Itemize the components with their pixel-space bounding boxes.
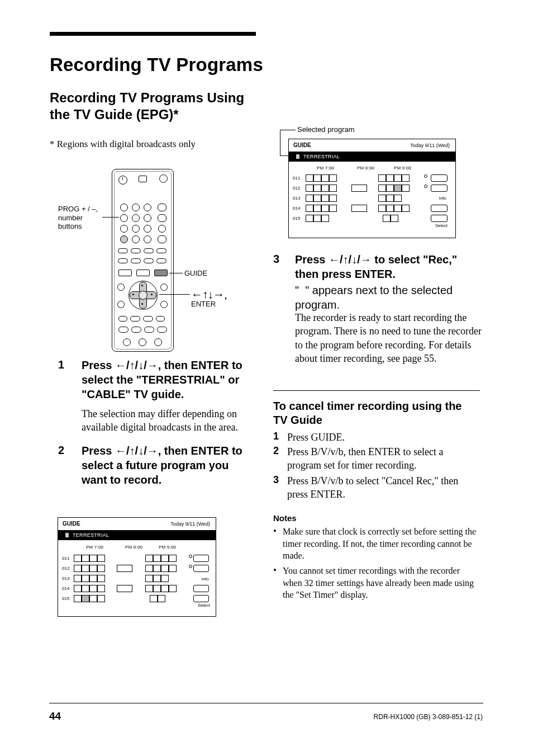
- dpad-corner-tr: [160, 284, 168, 291]
- step-1-text: Press ←/↑/↓/→, then ENTER to select the …: [82, 358, 244, 401]
- note-2: You cannot set timer recordings with the…: [283, 565, 478, 601]
- pb-2: [130, 316, 140, 322]
- guide-top-caption: Selected program: [297, 125, 355, 134]
- num-4: [120, 214, 128, 222]
- dpad-corner-br: [160, 301, 168, 308]
- rect-mid: [136, 270, 150, 276]
- guide-info-label: Info: [202, 577, 209, 582]
- guide-date-2: Today 9/11 (Wed): [410, 143, 450, 148]
- step-1-extra: The selection may differ depending on av…: [82, 407, 244, 434]
- guide-grid-bottom: GUIDE Today 9/11 (Wed) TERRESTRIAL PM 7:…: [58, 517, 216, 617]
- guide-tab: TERRESTRIAL: [73, 532, 109, 538]
- num-9: [144, 225, 151, 233]
- footer-page: 44: [49, 710, 61, 722]
- leader-guide: [169, 273, 183, 273]
- cancel-2: Press B/V/v/b, then ENTER to select a pr…: [287, 445, 477, 472]
- pb-1: [118, 316, 127, 322]
- small-8: [156, 258, 166, 263]
- enter-button: [139, 291, 147, 300]
- guide-row-1: 012: [62, 566, 69, 571]
- num-7: [120, 225, 128, 233]
- guide-title: GUIDE: [63, 521, 80, 527]
- guide-title-2: GUIDE: [293, 142, 311, 148]
- num-0: [132, 235, 140, 243]
- guide-row-0: 011: [62, 556, 69, 561]
- guide-row-4: 015: [62, 596, 69, 601]
- num-star: [120, 235, 128, 243]
- label-enter: ENTER: [191, 300, 216, 309]
- step-3-num: 3: [273, 252, 287, 266]
- pb-6: [131, 327, 141, 333]
- guide-date: Today 9/11 (Wed): [170, 521, 210, 527]
- guide-cursor-cell-top: [394, 185, 402, 192]
- step-2-text: Press ←/↑/↓/→, then ENTER to select a fu…: [82, 443, 244, 487]
- guide-time-0: PM 7:00: [86, 545, 103, 550]
- num-2: [132, 204, 140, 211]
- guide-button: [154, 270, 168, 276]
- header-rule: [50, 32, 256, 36]
- small-2: [131, 248, 141, 253]
- leader-prog: [102, 217, 119, 218]
- power-icon: [118, 176, 127, 185]
- pb-7: [144, 327, 154, 333]
- prog-minus: [158, 214, 166, 222]
- step-3-text-b: " " appears next to the selected program…: [295, 283, 479, 312]
- small-6: [131, 258, 141, 263]
- prog-plus: [158, 204, 166, 211]
- notes-heading: Notes: [273, 513, 297, 523]
- cancel-2-num: 2: [273, 445, 279, 457]
- guide-cursor-cell: [82, 595, 89, 602]
- leader-arrows: [159, 294, 190, 295]
- pb-5: [118, 327, 129, 333]
- round-1: [123, 338, 131, 346]
- dpad-corner-tl: [117, 284, 125, 291]
- cancel-1-num: 1: [273, 431, 279, 443]
- small-4: [156, 248, 166, 253]
- step-3-text: Press ←/↑/↓/→ to select "Rec," then pres…: [295, 252, 479, 281]
- dpad-corner-bl: [117, 301, 125, 308]
- label-prog-number: PROG + / –, number buttons: [58, 205, 103, 231]
- guide-row-2: 013: [62, 576, 69, 581]
- small-3: [144, 248, 154, 253]
- cancel-3: Press B/V/v/b to select "Cancel Rec," th…: [287, 474, 477, 502]
- label-guide: GUIDE: [184, 269, 207, 278]
- tv-icon: [139, 176, 147, 182]
- guide-time-1: PM 8:00: [125, 545, 142, 550]
- note-1: Make sure that clock is correctly set be…: [283, 526, 478, 562]
- round-3: [154, 338, 162, 346]
- page-title: Recording TV Programs: [50, 54, 363, 76]
- section-heading: Recording TV Programs Using the TV Guide…: [50, 89, 256, 123]
- num-hash: [144, 235, 151, 243]
- num-8: [132, 225, 140, 233]
- rect-left: [118, 270, 132, 276]
- step-1-num: 1: [58, 358, 72, 371]
- guide-row-3: 014: [62, 586, 69, 591]
- pb-4: [156, 316, 165, 322]
- footer-rule: [49, 703, 483, 703]
- cancel-3-num: 3: [273, 474, 279, 486]
- step-3-body: The recorder is ready to start recording…: [295, 311, 485, 365]
- num-3: [144, 204, 151, 211]
- cancel-1: Press GUIDE.: [287, 431, 477, 444]
- aux-right-4: [158, 235, 166, 243]
- small-7: [144, 258, 154, 263]
- step-2-num: 2: [58, 443, 72, 457]
- small-1: [118, 248, 128, 253]
- aux-right-3: [158, 225, 166, 233]
- cancel-heading: To cancel timer recording using the TV G…: [273, 399, 474, 427]
- guide-grid-top: GUIDE Today 9/11 (Wed) TERRESTRIAL PM 7:…: [288, 139, 456, 238]
- rule-cancel: [273, 390, 480, 391]
- footer-file: RDR-HX1000 (GB) 3-089-851-12 (1): [374, 713, 483, 721]
- remote-illustration: [112, 169, 174, 352]
- guide-time-2: PM 9:00: [159, 545, 176, 550]
- num-1: [120, 204, 128, 211]
- num-5: [132, 214, 140, 222]
- round-2: [139, 338, 146, 346]
- pb-3: [143, 316, 153, 322]
- guide-select-label: Select: [198, 603, 210, 608]
- power-right-icon: [159, 174, 168, 183]
- asterisk-note: * Regions with digital broadcasts only: [50, 139, 251, 150]
- small-5: [118, 258, 128, 263]
- num-6: [144, 214, 151, 222]
- pb-8: [157, 327, 167, 333]
